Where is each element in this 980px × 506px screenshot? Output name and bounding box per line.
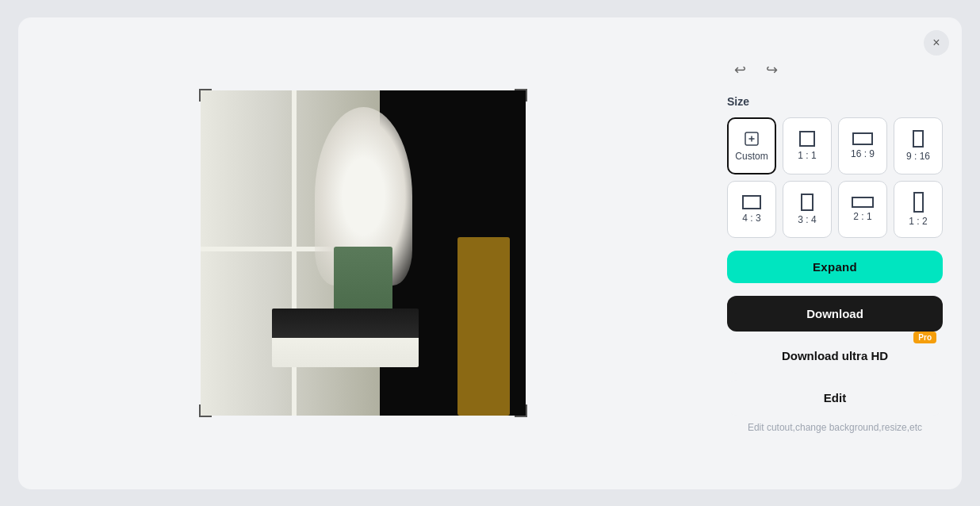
- action-group: Download Download ultra HD Pro Edit Edit…: [727, 296, 943, 433]
- size-option-1-2[interactable]: 1 : 2: [894, 181, 943, 238]
- image-wrapper: [201, 90, 526, 416]
- download-button[interactable]: Download: [727, 296, 943, 332]
- size-label: Size: [727, 95, 943, 108]
- size-grid: Custom 1 : 1: [727, 117, 943, 238]
- size-section: Size Custom: [727, 95, 943, 238]
- download-hd-wrapper: Download ultra HD Pro: [727, 338, 943, 374]
- size-option-9-16[interactable]: 9 : 16: [894, 117, 943, 174]
- custom-icon: [743, 130, 760, 148]
- size-option-custom[interactable]: Custom: [727, 117, 776, 174]
- custom-label: Custom: [735, 151, 768, 162]
- controls-panel: ↩ ↪ Size: [708, 17, 962, 489]
- expand-button[interactable]: Expand: [727, 251, 943, 283]
- redo-button[interactable]: ↪: [759, 57, 784, 82]
- size-option-4-3[interactable]: 4 : 3: [727, 181, 776, 238]
- image-panel: [18, 17, 708, 489]
- size-option-1-1[interactable]: 1 : 1: [783, 117, 832, 174]
- 1-1-label: 1 : 1: [798, 150, 816, 161]
- 43-icon: [742, 195, 761, 209]
- 3-4-label: 3 : 4: [798, 214, 816, 225]
- download-hd-button[interactable]: Download ultra HD: [727, 338, 943, 374]
- app-container: ↩ ↪ Size: [0, 0, 980, 506]
- tall-icon: [913, 130, 924, 148]
- 4-3-label: 4 : 3: [742, 213, 760, 224]
- crop-handle-br[interactable]: [515, 404, 527, 417]
- crop-handle-tr[interactable]: [515, 89, 527, 102]
- 12-icon: [913, 192, 924, 213]
- size-option-3-4[interactable]: 3 : 4: [783, 181, 832, 238]
- crop-handle-bl[interactable]: [199, 404, 212, 417]
- square-icon: [799, 131, 815, 147]
- 16-9-label: 16 : 9: [851, 148, 875, 159]
- history-row: ↩ ↪: [727, 57, 943, 82]
- photo-image: [201, 90, 526, 416]
- crop-handle-tl[interactable]: [199, 89, 212, 102]
- edit-hint: Edit cutout,change background,resize,etc: [727, 422, 943, 433]
- pro-badge: Pro: [913, 332, 936, 343]
- wide-icon: [852, 132, 873, 145]
- edit-button[interactable]: Edit: [727, 380, 943, 416]
- close-button[interactable]: ×: [924, 30, 949, 56]
- 1-2-label: 1 : 2: [909, 216, 927, 227]
- 9-16-label: 9 : 16: [906, 151, 930, 162]
- 21-icon: [852, 197, 874, 208]
- 34-icon: [801, 194, 813, 211]
- size-option-2-1[interactable]: 2 : 1: [838, 181, 887, 238]
- main-card: ↩ ↪ Size: [18, 17, 962, 489]
- size-option-16-9[interactable]: 16 : 9: [838, 117, 887, 174]
- 2-1-label: 2 : 1: [853, 211, 871, 222]
- undo-button[interactable]: ↩: [727, 57, 752, 82]
